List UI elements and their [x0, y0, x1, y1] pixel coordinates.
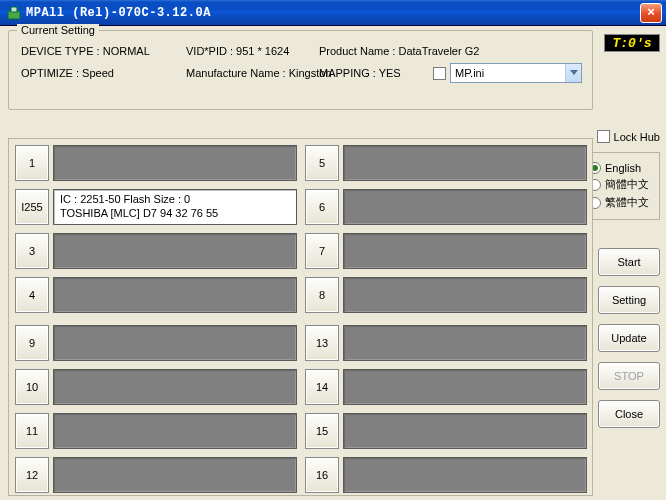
slot-info-box [343, 189, 587, 225]
slot-info-box [343, 277, 587, 313]
slot-info-line2: TOSHIBA [MLC] D7 94 32 76 55 [60, 206, 290, 220]
product-name-label: Product Name : DataTraveler G2 [319, 45, 479, 57]
slot-number-button[interactable]: 14 [305, 369, 339, 405]
action-button-column: Start Setting Update STOP Close [598, 248, 660, 438]
lock-hub-label: Lock Hub [614, 131, 660, 143]
slot-info-box [53, 369, 297, 405]
device-slot: 8 [305, 277, 587, 313]
slot-number-button[interactable]: 4 [15, 277, 49, 313]
slot-number-button[interactable]: I255 [15, 189, 49, 225]
slot-info-box [343, 325, 587, 361]
slot-info-box [343, 457, 587, 493]
slot-info-box [343, 233, 587, 269]
device-slot: 4 [15, 277, 297, 313]
mapping-label: MAPPING : YES [319, 67, 401, 79]
device-slot: 1 [15, 145, 297, 181]
current-setting-group: Current Setting DEVICE TYPE : NORMAL VID… [8, 30, 593, 110]
titlebar: MPAll (Rel)-070C-3.12.0A × [0, 0, 666, 26]
slot-number-button[interactable]: 5 [305, 145, 339, 181]
lock-hub-row: Lock Hub [597, 130, 660, 143]
optimize-label: OPTIMIZE : Speed [21, 67, 114, 79]
slot-number-button[interactable]: 8 [305, 277, 339, 313]
slot-info-box: IC : 2251-50 Flash Size : 0TOSHIBA [MLC]… [53, 189, 297, 225]
slot-number-button[interactable]: 9 [15, 325, 49, 361]
ini-checkbox[interactable] [433, 67, 446, 80]
slot-info-box [343, 413, 587, 449]
device-grid: 1I255IC : 2251-50 Flash Size : 0TOSHIBA … [8, 138, 593, 496]
svg-rect-1 [11, 7, 17, 12]
slot-number-button[interactable]: 16 [305, 457, 339, 493]
vid-pid-label: VID*PID : 951 * 1624 [186, 45, 289, 57]
device-column-right: 567813141516 [305, 145, 587, 489]
device-slot: 16 [305, 457, 587, 493]
slot-info-box [343, 369, 587, 405]
app-icon [6, 5, 22, 21]
slot-number-button[interactable]: 6 [305, 189, 339, 225]
slot-info-box [53, 457, 297, 493]
slot-number-button[interactable]: 3 [15, 233, 49, 269]
device-slot: 6 [305, 189, 587, 225]
update-button[interactable]: Update [598, 324, 660, 352]
device-slot: 12 [15, 457, 297, 493]
device-slot: I255IC : 2251-50 Flash Size : 0TOSHIBA [… [15, 189, 297, 225]
device-slot: 3 [15, 233, 297, 269]
ini-select-wrap: MP.ini [433, 63, 582, 83]
chevron-down-icon [565, 64, 581, 82]
slot-info-box [53, 145, 297, 181]
ini-dropdown-value: MP.ini [451, 67, 565, 79]
slot-info-line1: IC : 2251-50 Flash Size : 0 [60, 192, 290, 206]
slot-number-button[interactable]: 1 [15, 145, 49, 181]
lang-english-row[interactable]: English [589, 162, 655, 174]
slot-number-button[interactable]: 13 [305, 325, 339, 361]
slot-number-button[interactable]: 15 [305, 413, 339, 449]
lang-traditional-label: 繁體中文 [605, 195, 649, 210]
device-type-label: DEVICE TYPE : NORMAL [21, 45, 150, 57]
lang-english-label: English [605, 162, 641, 174]
device-column-left: 1I255IC : 2251-50 Flash Size : 0TOSHIBA … [15, 145, 297, 489]
slot-info-box [53, 325, 297, 361]
start-button[interactable]: Start [598, 248, 660, 276]
window-title: MPAll (Rel)-070C-3.12.0A [26, 6, 640, 20]
device-slot: 5 [305, 145, 587, 181]
slot-number-button[interactable]: 12 [15, 457, 49, 493]
slot-info-box [53, 233, 297, 269]
slot-number-button[interactable]: 7 [305, 233, 339, 269]
timer-badge: T:0's [604, 34, 660, 52]
svg-marker-2 [570, 70, 578, 75]
lang-simplified-row[interactable]: 簡體中文 [589, 177, 655, 192]
device-slot: 9 [15, 325, 297, 361]
slot-number-button[interactable]: 11 [15, 413, 49, 449]
device-slot: 7 [305, 233, 587, 269]
window-close-button[interactable]: × [640, 3, 662, 23]
setting-button[interactable]: Setting [598, 286, 660, 314]
slot-info-box [53, 413, 297, 449]
device-slot: 14 [305, 369, 587, 405]
slot-number-button[interactable]: 10 [15, 369, 49, 405]
device-slot: 15 [305, 413, 587, 449]
lang-traditional-row[interactable]: 繁體中文 [589, 195, 655, 210]
ini-dropdown[interactable]: MP.ini [450, 63, 582, 83]
language-group: English 簡體中文 繁體中文 [584, 152, 660, 220]
current-setting-legend: Current Setting [17, 24, 99, 36]
device-slot: 13 [305, 325, 587, 361]
slot-info-box [343, 145, 587, 181]
client-area: Current Setting DEVICE TYPE : NORMAL VID… [0, 26, 666, 500]
manufacturer-label: Manufacture Name : Kingston [186, 67, 332, 79]
lock-hub-checkbox[interactable] [597, 130, 610, 143]
close-button[interactable]: Close [598, 400, 660, 428]
device-slot: 11 [15, 413, 297, 449]
stop-button[interactable]: STOP [598, 362, 660, 390]
slot-info-box [53, 277, 297, 313]
device-slot: 10 [15, 369, 297, 405]
lang-simplified-label: 簡體中文 [605, 177, 649, 192]
